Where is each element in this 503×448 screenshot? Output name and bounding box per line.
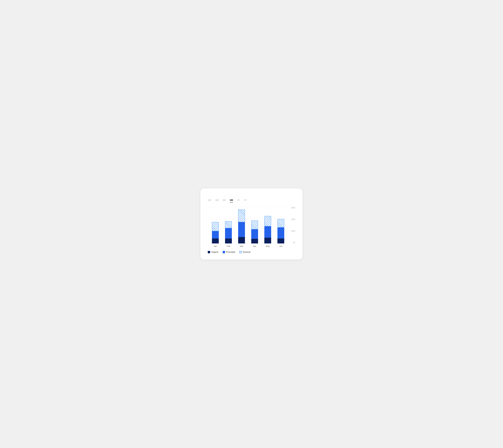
y-axis-label: $0 [293,242,295,243]
x-axis-label: Jun [277,245,285,247]
x-axis-label: Jan [211,245,219,247]
y-axis-label: $30k [291,207,295,208]
y-axis-label: $10k [291,230,295,232]
bar-segment-promoted [212,231,219,239]
legend-label-promoted: Promoted [226,251,235,253]
time-filter-1m[interactable]: 1M [215,199,219,203]
bar-segment-organic [225,239,232,244]
average-sales-card: 1W1M3M6M1Y2Y JanFebMarAprMayJun $30k$20k… [200,188,303,260]
chart-area: JanFebMarAprMayJun $30k$20k$10k$0 [208,207,295,247]
bar-segment-promoted [264,226,271,238]
bar-group-mar [238,209,246,243]
bar-segment-promoted [251,229,258,239]
bar-stack [225,221,232,243]
time-filter-3m[interactable]: 3M [222,199,226,203]
bar-segment-external [212,222,219,231]
time-filter-1y[interactable]: 1Y [237,199,240,203]
bar-stack [212,222,219,244]
legend-item-organic: Organic [208,251,219,253]
bars-area [208,207,288,243]
bar-segment-promoted [277,227,284,239]
bar-stack [251,221,258,243]
bar-group-apr [251,221,259,243]
legend-item-promoted: Promoted [223,251,235,253]
bar-segment-external [277,219,284,227]
bar-segment-external [238,209,245,222]
legend-swatch-organic [208,251,210,253]
time-filter-group: 1W1M3M6M1Y2Y [208,199,295,203]
bar-segment-organic [251,239,258,243]
bar-segment-external [225,221,232,228]
bar-stack [238,209,245,243]
x-axis-label: Feb [224,245,232,247]
bar-group-jan [211,222,219,244]
y-axis-label: $20k [291,218,295,220]
legend-label-external: External [243,251,251,253]
x-axis-label: Mar [238,245,246,247]
bar-stack [264,216,271,243]
chart-legend: OrganicPromotedExternal [208,251,295,253]
time-filter-2y[interactable]: 2Y [244,199,247,203]
x-axis-label: May [264,245,272,247]
bar-stack [277,219,284,243]
y-axis: $30k$20k$10k$0 [288,207,295,243]
bar-segment-organic [238,237,245,243]
x-labels: JanFebMarAprMayJun [208,243,288,247]
bar-segment-external [264,216,271,226]
legend-swatch-external [239,251,242,253]
bar-group-feb [224,221,232,243]
bar-segment-organic [264,238,271,243]
bar-group-may [264,216,272,243]
bar-segment-organic [277,239,284,244]
legend-label-organic: Organic [211,251,219,253]
bar-segment-external [251,221,258,229]
legend-swatch-promoted [223,251,225,253]
bar-segment-organic [212,239,219,244]
bar-segment-promoted [238,222,245,237]
chart-grid [208,207,288,243]
bar-group-jun [277,219,285,243]
x-axis-label: Apr [251,245,259,247]
time-filter-6m[interactable]: 6M [230,199,233,203]
chart-container: JanFebMarAprMayJun [208,207,288,247]
bar-segment-promoted [225,228,232,239]
legend-item-external: External [239,251,251,253]
time-filter-1w[interactable]: 1W [208,199,211,203]
